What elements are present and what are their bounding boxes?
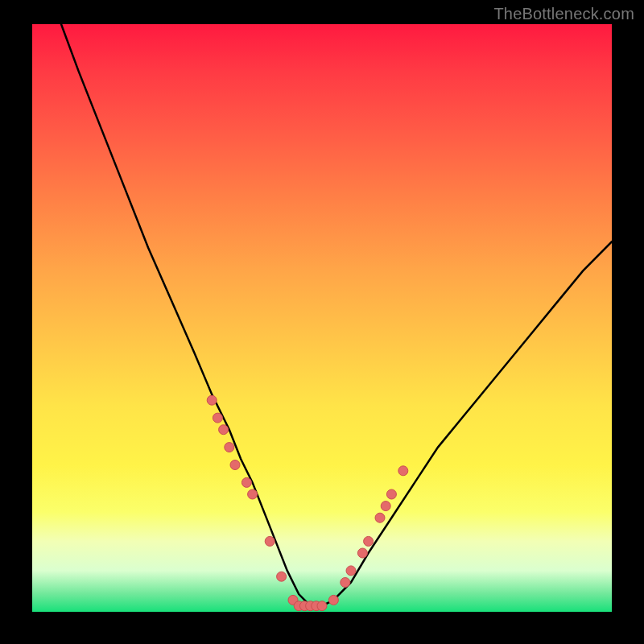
data-point bbox=[346, 566, 356, 576]
data-point bbox=[317, 601, 327, 611]
chart-frame: TheBottleneck.com bbox=[0, 0, 644, 644]
data-point bbox=[242, 477, 251, 487]
data-point bbox=[357, 548, 367, 558]
data-point bbox=[375, 513, 385, 522]
plot-area bbox=[32, 24, 612, 612]
marker-layer bbox=[207, 395, 408, 611]
data-point bbox=[381, 502, 390, 511]
data-point bbox=[341, 578, 350, 588]
bottleneck-curve bbox=[61, 24, 612, 606]
data-point bbox=[219, 425, 229, 435]
data-point bbox=[230, 460, 240, 470]
data-point bbox=[265, 536, 275, 546]
curve-layer bbox=[32, 24, 612, 612]
data-point bbox=[364, 536, 374, 546]
data-point bbox=[398, 466, 408, 476]
data-point bbox=[328, 595, 338, 605]
data-point bbox=[248, 489, 258, 499]
data-point bbox=[225, 443, 234, 452]
data-point bbox=[386, 489, 396, 499]
watermark-text: TheBottleneck.com bbox=[493, 5, 634, 23]
data-point bbox=[277, 572, 287, 581]
data-point bbox=[207, 395, 217, 405]
data-point bbox=[213, 413, 222, 423]
